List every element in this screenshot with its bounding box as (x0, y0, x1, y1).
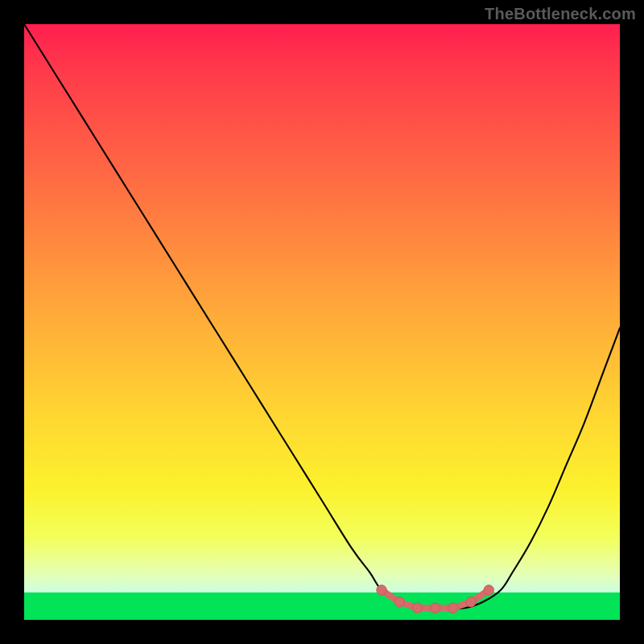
optimal-range-marker (377, 585, 386, 595)
chart-frame: TheBottleneck.com (0, 0, 644, 644)
optimal-range-marker (448, 603, 458, 613)
curve-svg-layer (24, 24, 620, 620)
bottleneck-curve-path (24, 24, 620, 609)
watermark-text: TheBottleneck.com (485, 5, 636, 23)
optimal-range-marker-group (377, 585, 494, 613)
plot-area (24, 24, 620, 620)
optimal-range-marker (484, 585, 493, 595)
optimal-range-marker (412, 603, 422, 613)
optimal-range-marker (430, 603, 440, 613)
optimal-range-marker (466, 597, 476, 607)
optimal-range-marker (394, 597, 404, 607)
